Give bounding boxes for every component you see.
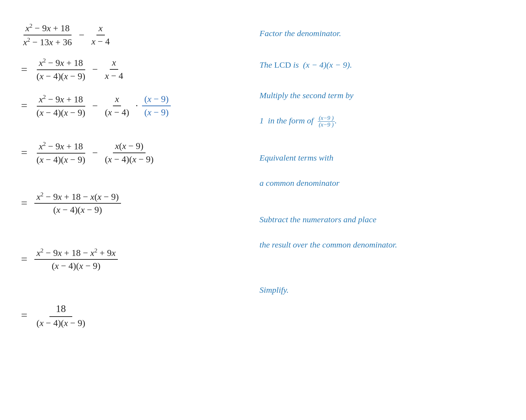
annotation-2: The LCD is (x − 4)(x − 9). <box>259 49 505 81</box>
minus-op-3: − <box>92 147 98 158</box>
annotation-1-label: Factor the denominator. <box>259 27 505 40</box>
step-2: = x2 − 9x + 18 (x − 4)(x − 9) − x (x − 4… <box>21 87 238 125</box>
numerator-step1-right: x <box>110 57 118 70</box>
annotation-4: Equivalent terms with a common denominat… <box>259 147 505 194</box>
annotation-6: Simplify. <box>259 271 505 309</box>
annotation-6-text: Simplify. <box>259 284 505 296</box>
numerator-step2-right: x <box>113 93 121 106</box>
equals-2: = <box>21 99 27 112</box>
fraction-step0-right: x x − 4 <box>89 22 112 48</box>
fraction-step1-left: x2 − 9x + 18 (x − 4)(x − 9) <box>34 56 87 82</box>
denominator-step1-left: (x − 4)(x − 9) <box>34 70 87 82</box>
denominator-step5: (x − 4)(x − 9) <box>49 260 102 272</box>
numerator-step4: x2 − 9x + 18 − x(x − 9) <box>34 190 121 204</box>
annotation-1: Factor the denominator. <box>259 18 505 49</box>
annotation-5-line1: Subtract the numerators and place <box>259 213 505 226</box>
fraction-step5: x2 − 9x + 18 − x2 + 9x (x − 4)(x − 9) <box>34 246 118 272</box>
annotation-3-text: Multiply the second term by 1 in the for… <box>259 89 505 128</box>
math-column: x2 − 9x + 18 x2 − 13x + 36 − x x − 4 = <box>21 14 238 338</box>
annotation-2-text: The LCD is (x − 4)(x − 9). <box>259 59 505 71</box>
annotation-5-text: Subtract the numerators and place the re… <box>259 213 505 251</box>
step-3: = x2 − 9x + 18 (x − 4)(x − 9) − x(x − 9)… <box>21 136 238 170</box>
numerator-step0-left: x2 − 9x + 18 <box>23 22 72 35</box>
denominator-step6: (x − 4)(x − 9) <box>34 317 87 329</box>
minus-op-0: − <box>79 29 85 41</box>
denominator-step3-left: (x − 4)(x − 9) <box>34 154 87 166</box>
step-6: = 18 (x − 4)(x − 9) <box>21 293 238 338</box>
fraction-step3-left: x2 − 9x + 18 (x − 4)(x − 9) <box>34 140 87 166</box>
ann2-post: is <box>293 60 299 69</box>
annotation-4-text: Equivalent terms with a common denominat… <box>259 151 505 189</box>
fraction-step4: x2 − 9x + 18 − x(x − 9) (x − 4)(x − 9) <box>34 190 121 216</box>
ann2-lcd: LCD <box>274 60 291 69</box>
numerator-step2-multiplier: (x − 9) <box>142 93 171 106</box>
equals-1: = <box>21 63 27 76</box>
numerator-step3-left: x2 − 9x + 18 <box>37 140 85 154</box>
ann2-pre: The <box>259 60 272 69</box>
page-container: x2 − 9x + 18 x2 − 13x + 36 − x x − 4 = <box>21 14 505 338</box>
annotation-3: Multiply the second term by 1 in the for… <box>259 81 505 137</box>
step-1: = x2 − 9x + 18 (x − 4)(x − 9) − x x − 4 <box>21 52 238 87</box>
fraction-step0-left: x2 − 9x + 18 x2 − 13x + 36 <box>21 22 74 48</box>
equals-4: = <box>21 197 27 210</box>
annotation-6-label: Simplify. <box>259 284 505 296</box>
step-5: = x2 − 9x + 18 − x2 + 9x (x − 4)(x − 9) <box>21 237 238 282</box>
fraction-step3-right: x(x − 9) (x − 4)(x − 9) <box>103 140 156 165</box>
fraction-step2-multiplier: (x − 9) (x − 9) <box>142 93 171 118</box>
step-0: x2 − 9x + 18 x2 − 13x + 36 − x x − 4 <box>21 18 238 52</box>
denominator-step2-left: (x − 4)(x − 9) <box>34 107 87 119</box>
denominator-step0-right: x − 4 <box>89 35 112 48</box>
numerator-step1-left: x2 − 9x + 18 <box>37 56 85 70</box>
annotation-5: Subtract the numerators and place the re… <box>259 204 505 260</box>
denominator-step0-left: x2 − 13x + 36 <box>21 35 74 48</box>
numerator-step2-left: x2 − 9x + 18 <box>37 93 85 107</box>
dot-op-2: · <box>135 100 138 111</box>
minus-op-2: − <box>92 100 98 111</box>
inline-frac-num: (x−9 ) <box>318 115 335 122</box>
inline-fraction-ann3: (x−9 ) (x−9 ) <box>318 115 335 128</box>
annotation-3-line2: 1 in the form of (x−9 ) (x−9 ) . <box>259 114 505 128</box>
annotation-4-line1: Equivalent terms with <box>259 151 505 164</box>
annotation-column: Factor the denominator. The LCD is (x − … <box>259 14 505 309</box>
denominator-step4: (x − 4)(x − 9) <box>51 204 104 216</box>
numerator-step0-right: x <box>96 22 105 35</box>
annotation-5-line2: the result over the common denominator. <box>259 238 505 251</box>
numerator-step6: 18 <box>49 302 72 317</box>
denominator-step2-right: (x − 4) <box>103 106 132 118</box>
minus-op-1: − <box>92 64 98 75</box>
inline-frac-den: (x−9 ) <box>318 122 335 128</box>
fraction-step1-right: x x − 4 <box>103 57 125 82</box>
annotation-3-line1: Multiply the second term by <box>259 89 505 102</box>
fraction-step2-right: x (x − 4) <box>103 93 132 118</box>
annotation-1-text: Factor the denominator. <box>259 27 505 40</box>
fraction-step6: 18 (x − 4)(x − 9) <box>34 302 87 329</box>
denominator-step1-right: x − 4 <box>103 70 125 82</box>
numerator-step5: x2 − 9x + 18 − x2 + 9x <box>34 246 118 260</box>
step-4: = x2 − 9x + 18 − x(x − 9) (x − 4)(x − 9) <box>21 181 238 226</box>
equals-3: = <box>21 146 27 159</box>
fraction-step2-left: x2 − 9x + 18 (x − 4)(x − 9) <box>34 93 87 119</box>
annotation-4-line2: a common denominator <box>259 177 505 189</box>
annotation-2-label: The LCD is (x − 4)(x − 9). <box>259 59 505 71</box>
denominator-step3-right: (x − 4)(x − 9) <box>103 153 156 165</box>
equals-5: = <box>21 253 27 266</box>
equals-6: = <box>21 309 27 322</box>
denominator-step2-multiplier: (x − 9) <box>142 106 171 118</box>
numerator-step3-right: x(x − 9) <box>113 140 146 153</box>
